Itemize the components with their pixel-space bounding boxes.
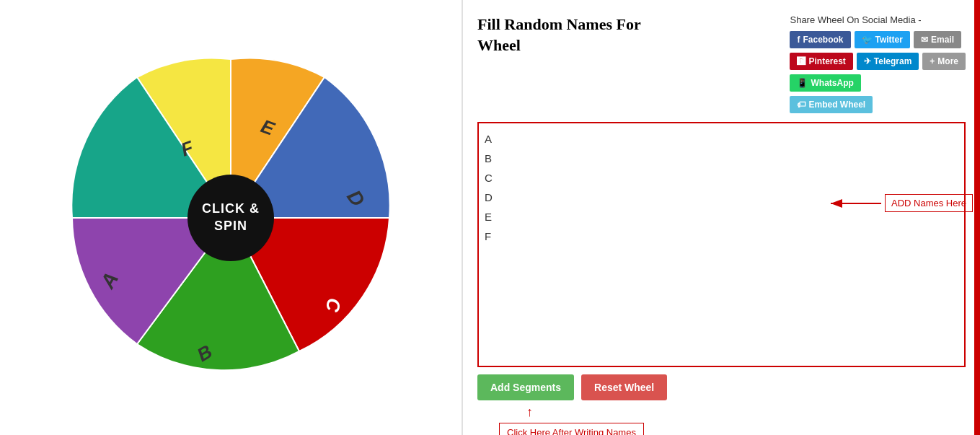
email-icon: ✉ (921, 35, 928, 45)
twitter-icon: 🐦 (862, 35, 873, 45)
social-row-2: 🅿 Pinterest ✈ Telegram + More (790, 53, 966, 70)
arrow-up-icon: ↑ (526, 405, 533, 420)
wheel-container[interactable]: F E D C B A CLICK & SPIN (43, 30, 418, 405)
pinterest-button[interactable]: 🅿 Pinterest (790, 53, 852, 70)
facebook-icon: f (797, 35, 800, 45)
social-row-4: 🏷 Embed Wheel (790, 96, 966, 113)
textarea-area: A B C D E F ADD Names Here (477, 122, 966, 367)
whatsapp-icon: 📱 (797, 78, 808, 88)
twitter-button[interactable]: 🐦 Twitter (855, 31, 910, 48)
more-label: More (937, 56, 958, 66)
email-label: Email (931, 35, 954, 45)
click-here-label: Click Here After Writing Names (499, 423, 644, 435)
wheel-section: F E D C B A CLICK & SPIN (0, 0, 462, 435)
pinterest-label: Pinterest (808, 56, 845, 66)
buttons-row: Add Segments Reset Wheel (477, 374, 966, 400)
panel-title: Fill Random Names For Wheel (477, 14, 679, 56)
pinterest-icon: 🅿 (797, 56, 805, 66)
add-names-annotation: ADD Names Here (827, 194, 973, 212)
more-icon: + (930, 56, 935, 66)
telegram-icon: ✈ (864, 56, 871, 66)
whatsapp-button[interactable]: 📱 WhatsApp (790, 74, 860, 92)
more-button[interactable]: + More (922, 53, 966, 70)
telegram-label: Telegram (874, 56, 911, 66)
embed-icon: 🏷 (797, 100, 805, 110)
arrow-left-icon (827, 195, 885, 212)
facebook-label: Facebook (803, 35, 843, 45)
add-segments-button[interactable]: Add Segments (477, 374, 574, 400)
whatsapp-label: WhatsApp (811, 78, 853, 88)
panel-top: Fill Random Names For Wheel Share Wheel … (477, 14, 966, 113)
embed-label: Embed Wheel (808, 100, 865, 110)
reset-wheel-button[interactable]: Reset Wheel (581, 374, 667, 400)
embed-button[interactable]: 🏷 Embed Wheel (790, 96, 873, 113)
center-circle[interactable]: CLICK & SPIN (187, 175, 274, 261)
twitter-label: Twitter (875, 35, 903, 45)
red-right-bar (974, 0, 980, 435)
add-names-label: ADD Names Here (885, 194, 973, 212)
social-section: Share Wheel On Social Media - f Facebook… (790, 14, 966, 113)
facebook-button[interactable]: f Facebook (790, 31, 850, 48)
social-row-1: f Facebook 🐦 Twitter ✉ Email (790, 31, 966, 48)
telegram-button[interactable]: ✈ Telegram (857, 53, 919, 70)
social-label: Share Wheel On Social Media - (790, 14, 966, 25)
email-button[interactable]: ✉ Email (914, 31, 961, 48)
click-here-annotation: ↑ Click Here After Writing Names (477, 405, 966, 435)
panel-section: Fill Random Names For Wheel Share Wheel … (462, 0, 980, 435)
social-row-3: 📱 WhatsApp (790, 74, 966, 92)
names-textarea[interactable]: A B C D E F (477, 122, 966, 367)
